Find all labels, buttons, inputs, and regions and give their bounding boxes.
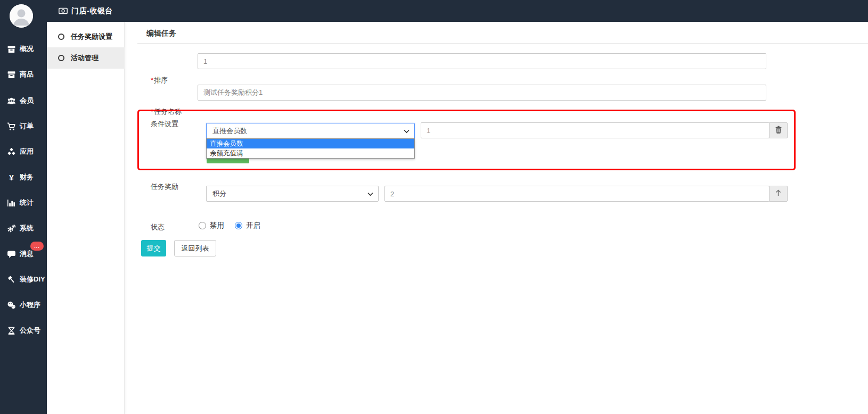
collapse-up-button[interactable] [769,186,788,202]
sidebar-label: 统计 [20,197,34,208]
option-balance-recharge[interactable]: 余额充值满 [207,148,414,158]
sidebar-label: 小程序 [20,300,40,310]
chat-bubble-icon [7,250,16,259]
chevron-down-icon [404,127,410,135]
sidebar-item-apps[interactable]: 应用 [7,146,34,157]
sidebar-label: 应用 [20,146,34,157]
back-to-list-button[interactable]: 返回列表 [174,240,216,256]
sidebar-item-finance[interactable]: ¥ 财务 [7,172,34,183]
sidebar-item-orders[interactable]: 订单 [7,121,34,131]
add-condition-button[interactable] [207,158,249,163]
submit-button[interactable]: 提交 [141,240,166,256]
banknote-icon [59,6,68,15]
trash-icon [775,126,782,136]
apps-cubes-icon [7,147,16,156]
required-mark: * [151,107,153,115]
reward-amount-input[interactable] [384,186,769,202]
sidebar: 概况 商品 会员 订单 应用 ¥ 财务 统计 [0,0,47,414]
sidebar-item-official-account[interactable]: 公众号 [7,325,40,336]
condition-label: 条件设置 [151,119,178,129]
delete-condition-button[interactable] [769,122,788,138]
required-mark: * [151,76,153,84]
sidebar-item-products[interactable]: 商品 [7,69,34,80]
sort-input[interactable] [198,53,766,69]
sidebar-item-messages[interactable]: 消息 ... [7,249,34,259]
sidebar-item-system[interactable]: 系统 [7,223,34,234]
finance-yen-icon: ¥ [7,173,16,182]
reward-type-value: 积分 [212,189,226,198]
wechat-icon [7,301,16,310]
sidebar-label: 商品 [20,69,34,80]
option-direct-members[interactable]: 直推会员数 [207,139,414,148]
hourglass-icon [7,326,16,335]
submenu-sidebar: 任务奖励设置 活动管理 [47,22,125,414]
status-option-enabled[interactable]: 开启 [235,221,260,230]
sidebar-label: 消息 [20,249,34,259]
app-title: 门店-收银台 [71,6,113,16]
condition-type-select[interactable]: 直推会员数 [206,123,415,139]
reward-type-select[interactable]: 积分 [206,186,379,202]
sidebar-item-members[interactable]: 会员 [7,95,34,106]
sidebar-item-miniprogram[interactable]: 小程序 [7,300,40,310]
message-badge: ... [30,242,44,251]
bar-chart-icon [7,198,16,208]
circle-bullet-icon [58,34,64,40]
submenu-item-task-reward-settings[interactable]: 任务奖励设置 [47,26,125,47]
avatar[interactable] [10,4,33,28]
main-content: 编辑任务 *排序 *任务名称 条件设置 直推会员数 直推会员数 余额充值满 任务… [125,22,868,414]
sidebar-item-decoration-diy[interactable]: 装修DIY [7,274,45,285]
gears-icon [7,224,16,233]
status-label: 状态 [151,222,165,232]
status-radio-group: 禁用 开启 [199,221,260,230]
sidebar-label: 会员 [20,95,34,106]
members-icon [7,96,16,105]
topbar: 门店-收银台 [0,0,868,22]
status-option-disabled[interactable]: 禁用 [199,221,224,230]
overview-box-icon [7,45,16,54]
chevron-down-icon [367,190,373,198]
sidebar-label: 订单 [20,121,34,131]
condition-type-option-list: 直推会员数 余额充值满 [206,138,415,159]
submenu-item-activity-management[interactable]: 活动管理 [47,47,125,69]
product-box-icon [7,70,16,79]
arrow-up-icon [774,189,782,199]
sidebar-item-statistics[interactable]: 统计 [7,197,34,208]
submenu-label: 活动管理 [71,53,99,63]
reward-label: 任务奖励 [151,182,178,192]
submenu-label: 任务奖励设置 [71,32,112,42]
sort-label: *排序 [151,76,168,85]
hammer-icon [7,275,16,284]
task-name-input[interactable] [198,85,766,101]
title-divider [137,43,868,44]
sidebar-label: 系统 [20,223,34,234]
sidebar-item-overview[interactable]: 概况 [7,44,34,54]
sidebar-label: 财务 [20,172,34,183]
sidebar-label: 公众号 [20,325,40,336]
sidebar-label: 概况 [20,44,34,54]
circle-bullet-icon [58,55,64,61]
page-title: 编辑任务 [146,29,176,38]
cart-icon [7,122,16,131]
condition-type-value: 直推会员数 [212,126,247,136]
task-name-label: *任务名称 [151,107,182,117]
sidebar-label: 装修DIY [20,274,45,285]
radio-checked-icon[interactable] [235,222,242,229]
radio-unchecked-icon[interactable] [199,222,206,229]
app-title-wrap: 门店-收银台 [59,0,113,22]
condition-amount-input[interactable] [421,122,769,138]
